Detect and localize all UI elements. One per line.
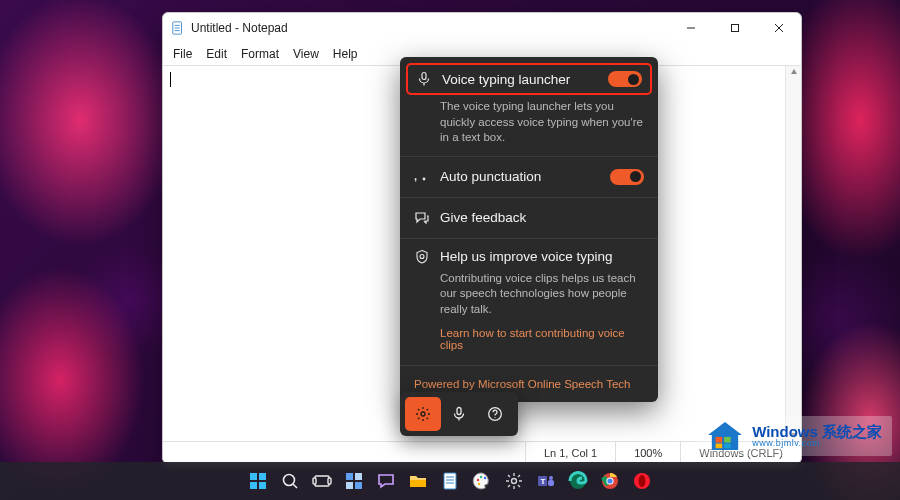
watermark-logo-icon: [706, 420, 744, 452]
svg-rect-27: [250, 482, 257, 489]
menu-view[interactable]: View: [293, 47, 319, 61]
minimize-button[interactable]: [669, 13, 713, 43]
svg-rect-16: [457, 408, 461, 415]
svg-rect-22: [724, 437, 731, 443]
svg-line-30: [293, 484, 297, 488]
vertical-scrollbar[interactable]: [785, 66, 801, 441]
teams-icon: T: [536, 471, 556, 491]
maximize-button[interactable]: [713, 13, 757, 43]
chat-icon: [376, 471, 396, 491]
widgets-icon: [344, 471, 364, 491]
folder-icon: [408, 471, 428, 491]
status-zoom: 100%: [615, 442, 680, 463]
svg-rect-51: [548, 480, 554, 486]
widgets-button[interactable]: [341, 468, 367, 494]
chat-button[interactable]: [373, 468, 399, 494]
voice-typing-launcher-row-highlight: Voice typing launcher: [406, 63, 652, 95]
svg-point-46: [478, 483, 480, 485]
give-feedback-label[interactable]: Give feedback: [440, 210, 644, 225]
search-button[interactable]: [277, 468, 303, 494]
svg-rect-33: [328, 478, 331, 484]
menu-help[interactable]: Help: [333, 47, 358, 61]
menu-format[interactable]: Format: [241, 47, 279, 61]
scroll-up-icon[interactable]: [790, 68, 798, 76]
text-caret: [170, 72, 171, 87]
taskbar: T: [0, 462, 900, 500]
svg-rect-36: [346, 482, 353, 489]
svg-point-50: [549, 476, 553, 480]
svg-point-45: [484, 477, 486, 479]
voice-typing-launcher-toggle[interactable]: [608, 71, 642, 87]
svg-point-47: [512, 479, 517, 484]
watermark-url: www.bjmlv.com: [752, 439, 882, 448]
titlebar[interactable]: Untitled - Notepad: [163, 13, 801, 43]
opera-icon: [632, 471, 652, 491]
svg-point-15: [421, 412, 425, 416]
edge-icon: [568, 471, 588, 491]
chrome-icon: [600, 471, 620, 491]
task-view-icon: [312, 471, 332, 491]
microphone-icon: [416, 71, 432, 87]
svg-rect-31: [315, 476, 329, 486]
chrome-button[interactable]: [597, 468, 623, 494]
notepad-icon: [171, 20, 185, 36]
contribute-voice-clips-link[interactable]: Learn how to start contributing voice cl…: [400, 327, 658, 365]
svg-rect-25: [250, 473, 257, 480]
voice-typing-mic-button[interactable]: [441, 397, 477, 431]
svg-rect-24: [724, 444, 731, 449]
notepad-icon: [440, 471, 460, 491]
svg-rect-38: [410, 480, 426, 487]
voice-typing-panel: Voice typing launcher The voice typing l…: [400, 57, 658, 402]
notepad-taskbar-button[interactable]: [437, 468, 463, 494]
status-position: Ln 1, Col 1: [525, 442, 615, 463]
auto-punctuation-toggle[interactable]: [610, 169, 644, 185]
windows-icon: [248, 471, 268, 491]
svg-point-29: [284, 475, 295, 486]
svg-rect-21: [716, 437, 723, 443]
svg-point-44: [480, 476, 482, 478]
svg-point-19: [494, 417, 495, 418]
gear-icon: [415, 406, 431, 422]
improve-voice-typing-label: Help us improve voice typing: [440, 249, 644, 264]
watermark: Windows 系统之家 www.bjmlv.com: [696, 416, 892, 456]
teams-button[interactable]: T: [533, 468, 559, 494]
voice-typing-help-button[interactable]: [477, 397, 513, 431]
svg-rect-28: [259, 482, 266, 489]
voice-typing-launcher-desc: The voice typing launcher lets you quick…: [400, 95, 658, 157]
svg-rect-32: [313, 478, 316, 484]
start-button[interactable]: [245, 468, 271, 494]
feedback-icon: [414, 210, 430, 226]
paint-button[interactable]: [469, 468, 495, 494]
svg-rect-26: [259, 473, 266, 480]
svg-point-14: [420, 254, 424, 258]
edge-button[interactable]: [565, 468, 591, 494]
svg-rect-35: [355, 473, 362, 480]
help-icon: [487, 406, 503, 422]
svg-rect-39: [444, 473, 456, 489]
file-explorer-button[interactable]: [405, 468, 431, 494]
search-icon: [280, 471, 300, 491]
task-view-button[interactable]: [309, 468, 335, 494]
opera-button[interactable]: [629, 468, 655, 494]
svg-rect-34: [346, 473, 353, 480]
settings-taskbar-button[interactable]: [501, 468, 527, 494]
palette-icon: [472, 471, 492, 491]
svg-rect-23: [716, 444, 723, 449]
svg-rect-37: [355, 482, 362, 489]
menu-file[interactable]: File: [173, 47, 192, 61]
watermark-brand: Windows 系统之家: [752, 424, 882, 439]
window-title: Untitled - Notepad: [191, 21, 288, 35]
svg-rect-5: [732, 25, 739, 32]
shield-icon: [414, 249, 430, 265]
voice-typing-settings-button[interactable]: [405, 397, 441, 431]
voice-typing-launcher-label: Voice typing launcher: [442, 72, 598, 87]
menu-edit[interactable]: Edit: [206, 47, 227, 61]
svg-text:,: ,: [414, 170, 417, 182]
svg-point-43: [477, 479, 479, 481]
svg-marker-8: [791, 69, 797, 74]
svg-point-58: [639, 475, 646, 487]
gear-icon: [504, 471, 524, 491]
close-button[interactable]: [757, 13, 801, 43]
svg-point-56: [607, 478, 612, 483]
auto-punctuation-icon: ,: [414, 169, 430, 185]
